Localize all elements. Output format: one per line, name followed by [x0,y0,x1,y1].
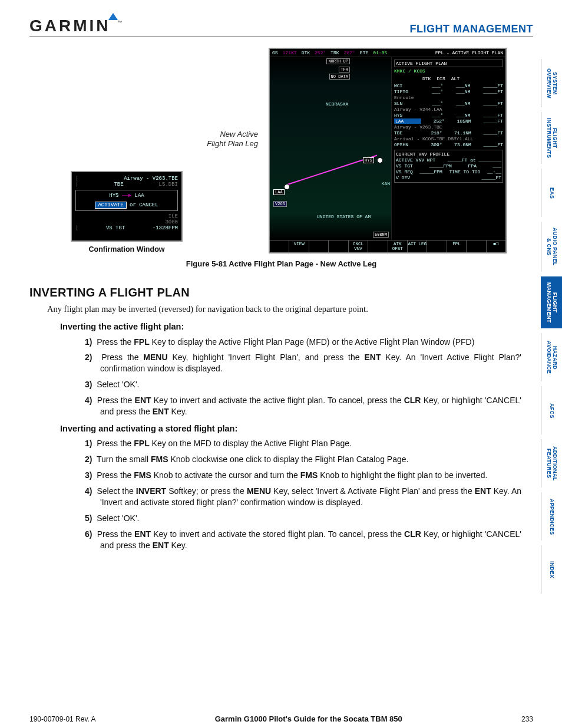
brand-text: GARMIN [29,17,111,35]
logo-triangle-icon [108,13,118,20]
tab-audio-panel-cns[interactable]: AUDIO PANEL & CNS [541,222,562,272]
or-label: or [130,202,136,208]
confwin-dest: TBE [114,182,123,187]
trademark-icon: ™ [118,20,123,25]
procedure-step: 5) Select 'OK'. [85,513,521,524]
softkey[interactable] [329,241,348,252]
vnv-tod-lbl: TIME TO TOD [449,169,481,174]
north-up-badge: NORTH UP [326,58,350,64]
vnv-vstgt-val: _____FPM [429,163,451,169]
fpl-row: TIFTO___°___NM_____FT [394,89,503,94]
vnv-vsreq-val: _____FPM [419,169,442,174]
tab-eas[interactable]: EAS [541,169,562,217]
map-pane: NORTH UP TFR NO DATA NEBRASKA UNITED STA… [270,57,392,240]
vnv-tod-val: __:__ [487,169,501,174]
vnv-vdev-val: _____FT [481,175,501,180]
fpl-row: LAA252°185NM_____FT [394,118,503,124]
page-number: 233 [521,715,533,723]
tab-index[interactable]: INDEX [541,545,562,594]
chapter-title: FLIGHT MANAGEMENT [410,23,533,35]
doc-title: Garmin G1000 Pilot's Guide for the Socat… [215,714,402,723]
scale-badge: 500NM [373,232,389,238]
softkey[interactable] [368,241,388,252]
fpl-row: Arrival - KCOS-TBE.DBRY1.ALL [394,136,503,141]
ete-label: ETE [360,50,368,55]
fpl-row: Enroute [394,95,503,100]
procedure-step: 3) Press the FMS Knob to activate the cu… [85,470,521,481]
confwin-alt: 3000 [165,219,178,225]
fpl-row: MCI___°___NM_____FT [394,83,503,88]
activate-button[interactable]: ACTIVATE [95,202,126,209]
fpl-row: HYS___°___NM_____FT [394,113,503,118]
tab-flight-instruments[interactable]: FLIGHT INSTRUMENTS [541,112,562,164]
page-title: FPL - ACTIVE FLIGHT PLAN [435,50,503,55]
softkey-bar: VIEWCNCL VNVATK OFSTACT LEGFPL■□ [270,240,505,252]
vnv-fpa-val: ___ [493,163,501,169]
fpl-route: KMKC / KCOS [394,68,503,74]
kan-label: KAN [382,181,390,186]
confirmation-window: | Airway - V263.TBE | TBELS.DBI HYS ──► … [71,171,183,242]
procedure-step: 4) Press the ENT Key to invert and activ… [85,395,521,417]
vs-tgt-label: VS TGT [106,225,125,231]
fpl-row: Airway - V263.TBE [394,124,503,130]
col-dis: DIS [437,76,445,81]
garmin-logo: GARMIN™ [29,17,123,35]
dtk-label: DTK [302,50,310,55]
tab-flight-management[interactable]: FLIGHT MANAGEMENT [541,276,562,329]
procedure-1-heading: Inverting the active flight plan: [60,321,521,333]
vnv-vsreq-lbl: VS REQ [396,169,413,174]
softkey[interactable]: VIEW [289,241,309,252]
procedure-step: 2) Press the MENU Key, highlight 'Invert… [85,352,521,374]
tab-system-overview[interactable]: SYSTEM OVERVIEW [541,59,562,107]
softkey[interactable]: CNCL VNV [349,241,368,252]
softkey[interactable] [309,241,329,252]
softkey[interactable]: ■□ [487,241,505,252]
procedure-step: 4) Select the INVERT Softkey; or press t… [85,486,521,508]
confwin-to: LAA [135,193,144,199]
figure-caption: Figure 5-81 Active Flight Plan Page - Ne… [29,259,533,268]
fpl-row: OPSHN309°73.0NM_____FT [394,142,503,147]
procedure-step: 1) Press the FPL Key on the MFD to displ… [85,438,521,449]
confwin-ls: LS.DBI [159,182,178,187]
col-alt: ALT [451,76,459,81]
arrow-icon: ──► [122,193,135,199]
mfd-screenshot: GS171KT DTK252° TRK287° ETE01:05 FPL - A… [269,48,507,253]
tab-afcs[interactable]: AFCS [541,386,562,434]
softkey[interactable]: FPL [447,241,467,252]
col-dtk: DTK [422,76,431,81]
trk-label: TRK [330,50,339,55]
softkey[interactable] [270,241,289,252]
tab-additional-features[interactable]: ADDITIONAL FEATURES [541,439,562,487]
softkey[interactable] [467,241,486,252]
laa-wp: LAA [273,189,285,195]
fpl-header: ACTIVE FLIGHT PLAN [394,60,503,67]
flight-plan-pane: ACTIVE FLIGHT PLAN KMKC / KCOS DTKDISALT… [392,57,505,240]
procedure-step: 1) Press the FPL Key to display the Acti… [85,337,521,348]
fpl-row: TBE218°71.1NM_____FT [394,130,503,136]
softkey[interactable]: ACT LEG [408,241,427,252]
confwin-ile: ILE [168,213,178,219]
tab-appendices[interactable]: APPENDICES [541,492,562,541]
ete-value: 01:05 [373,50,387,55]
procedure-2-heading: Inverting and activating a stored flight… [60,423,521,435]
vnv-fpa-lbl: FPA [468,163,477,169]
section-lead: Any flight plan may be inverted (reverse… [47,304,533,314]
vs-tgt-value: -1328FPM [153,225,178,231]
tab-hazard-avoidance[interactable]: HAZARD AVOIDANCE [541,333,562,381]
v263-badge: V263 [273,201,287,207]
vnv-vdev-lbl: V DEV [396,175,410,180]
procedure-step: 6) Press the ENT Key to invert and activ… [85,529,521,551]
vnv-vstgt-lbl: VS TGT [396,163,413,169]
cancel-button[interactable]: CANCEL [139,202,158,208]
confwin-from: HYS [109,193,118,199]
softkey[interactable]: ATK OFST [388,241,408,252]
fpl-row: Airway - V244.LAA [394,107,503,112]
section-heading: INVERTING A FLIGHT PLAN [29,286,533,299]
softkey[interactable] [427,241,447,252]
new-leg-label: New Active Flight Plan Leg [193,130,258,148]
vnv-act-lbl: ACTIVE VNV WPT [396,157,435,163]
vnv-act-val: _____FT at ________ [448,157,501,163]
docnum: 190-00709-01 Rev. A [29,715,96,723]
confwin-airway: Airway - V263.TBE [124,176,178,182]
vnv-title: CURRENT VNV PROFILE [396,151,501,157]
